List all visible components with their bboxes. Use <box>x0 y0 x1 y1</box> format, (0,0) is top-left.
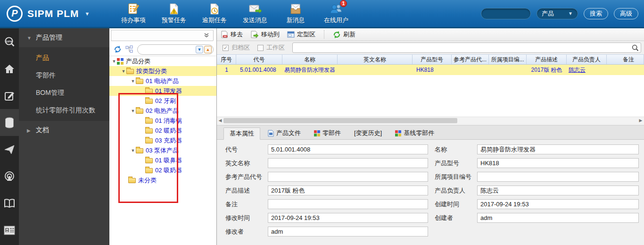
module-contacts[interactable] <box>0 217 19 244</box>
tree-node[interactable]: ▼ 01 电动产品 <box>109 76 216 86</box>
module-home[interactable] <box>0 55 19 82</box>
refresh-button[interactable]: 刷新 <box>333 30 355 39</box>
caret-down-icon[interactable]: ▼ <box>130 109 136 113</box>
field-en-name[interactable] <box>268 158 428 168</box>
module-library[interactable] <box>0 190 19 217</box>
logo-chevron-down-icon[interactable]: ▼ <box>85 11 90 17</box>
caret-down-icon[interactable]: ▼ <box>130 79 136 84</box>
caret-down-icon[interactable]: ▼ <box>121 69 126 74</box>
tree-node[interactable]: 03 充奶器 <box>109 135 216 145</box>
sidebar-item-part-usage-count[interactable]: 统计零部件引用次数 <box>19 101 109 119</box>
search-scope-select[interactable]: 产品 ▼ <box>537 8 578 19</box>
tree-node[interactable]: 02 牙刷 <box>109 96 216 106</box>
table-header-row: 序号 代号 名称 英文名称 产品型号 参考产品代... 所属项目编... 产品描… <box>217 54 644 65</box>
tree-collapse-bar[interactable] <box>111 30 214 41</box>
cell-name: 易简静音防水理发器 <box>284 66 335 74</box>
caret-down-icon[interactable]: ▼ <box>111 59 117 64</box>
tree-node[interactable]: ▼ 03 泵体产品 <box>109 145 216 155</box>
field-modifier[interactable] <box>268 227 428 237</box>
fixed-area-button[interactable]: 定型区 <box>287 30 315 39</box>
move-to-button[interactable]: 移动到 <box>250 30 280 39</box>
remove-button[interactable]: 移去 <box>221 30 243 39</box>
field-modified-time[interactable] <box>268 213 428 223</box>
detail-tab-bar: 基本属性 产品文件 零部件 [变更历史] 基线零部件 <box>217 125 644 140</box>
sidebar-item-product[interactable]: 产品 <box>19 49 109 67</box>
nav-send-message[interactable]: 发送消息 <box>242 2 268 25</box>
grid-search-input[interactable] <box>297 44 632 51</box>
field-ref-code[interactable] <box>268 172 428 182</box>
field-created-time[interactable] <box>477 199 639 209</box>
tree-node[interactable]: ▼ 02 电热产品 <box>109 106 216 116</box>
col-header[interactable]: 参考产品代... <box>452 55 489 64</box>
nav-new-message[interactable]: 新消息 <box>282 2 309 25</box>
col-header[interactable]: 代号 <box>236 55 282 64</box>
tree-node[interactable]: 01 消毒锅 <box>109 116 216 126</box>
col-header[interactable]: 序号 <box>217 55 236 64</box>
table-row-selected[interactable]: 1 5.01.001.4008 易简静音防水理发器 HK818 2017版 粉色… <box>217 65 644 75</box>
scrollbar-thumb[interactable] <box>223 118 457 123</box>
module-database[interactable] <box>0 109 19 136</box>
search-button[interactable]: 搜索 <box>584 8 608 19</box>
field-name[interactable] <box>477 144 639 154</box>
tree-node-root[interactable]: ▼ 产品分类 <box>109 56 216 66</box>
tab-label: 产品文件 <box>276 129 301 137</box>
scrollbar-track[interactable] <box>223 118 637 124</box>
tree-node[interactable]: 01 理发器 <box>109 86 216 96</box>
field-description[interactable] <box>268 186 428 195</box>
field-owner[interactable] <box>477 186 639 195</box>
search-icon[interactable] <box>632 44 639 51</box>
field-remark[interactable] <box>268 199 428 209</box>
basic-properties-form: 代号 英文名称 参考产品代号 产品描述 备注 修改时间 修改者 名称 产品型号 … <box>217 140 644 237</box>
col-header[interactable]: 产品描述 <box>527 55 567 64</box>
col-header[interactable]: 英文名称 <box>338 55 413 64</box>
sidebar-item-bom[interactable]: BOM管理 <box>19 84 109 101</box>
field-creator[interactable] <box>477 213 639 223</box>
module-edit[interactable] <box>0 82 19 109</box>
nav-warning-tasks[interactable]: 预警任务 <box>161 2 187 25</box>
menu-section-product-mgmt[interactable]: ▼ 产品管理 <box>19 28 109 47</box>
global-search-input[interactable] <box>481 8 531 19</box>
tree-refresh-icon[interactable] <box>114 45 122 53</box>
tree-node[interactable]: 未分类 <box>109 175 216 185</box>
find-next-button[interactable]: ▼ <box>196 46 203 53</box>
advanced-search-button[interactable]: 高级 <box>614 8 638 19</box>
folder-icon <box>145 138 153 144</box>
tree-node[interactable]: ▼ 按类型分类 <box>109 66 216 76</box>
database-icon <box>3 117 16 129</box>
col-header[interactable]: 备注 <box>607 55 644 64</box>
tab-product-files[interactable]: 产品文件 <box>262 127 306 139</box>
col-header[interactable]: 产品负责人 <box>567 55 607 64</box>
horizontal-scrollbar[interactable]: ◀ ▶ <box>217 117 644 124</box>
module-broadcast[interactable] <box>0 163 19 190</box>
field-code[interactable] <box>268 144 428 154</box>
nav-overdue-tasks[interactable]: 逾期任务 <box>201 2 228 25</box>
tab-change-history[interactable]: [变更历史] <box>348 127 388 139</box>
module-sipm-search[interactable]: SIPM <box>0 28 19 55</box>
col-header[interactable]: 所属项目编... <box>489 55 527 64</box>
cell-owner-link[interactable]: 陈志云 <box>569 66 586 74</box>
archive-checkbox[interactable]: ✓ <box>223 45 229 51</box>
tree-filter-input[interactable] <box>141 46 195 53</box>
col-header[interactable]: 产品型号 <box>413 55 452 64</box>
field-model[interactable] <box>477 158 639 168</box>
tab-baseline-parts[interactable]: 基线零部件 <box>389 127 440 139</box>
module-send[interactable] <box>0 136 19 163</box>
col-header[interactable]: 名称 <box>282 55 338 64</box>
find-prev-button[interactable]: ▲ <box>204 46 212 53</box>
tree-node[interactable]: 01 吸鼻器 <box>109 155 216 165</box>
scroll-left-icon[interactable]: ◀ <box>217 118 223 123</box>
tab-basic-properties[interactable]: 基本属性 <box>223 127 260 140</box>
workspace-checkbox[interactable] <box>257 45 264 51</box>
nav-online-users[interactable]: 1 在线用户 <box>323 2 349 25</box>
tree-node[interactable]: 02 暖奶器 <box>109 126 216 135</box>
tab-parts[interactable]: 零部件 <box>308 127 347 139</box>
nav-todo[interactable]: 待办事项 <box>120 2 147 25</box>
menu-section-document[interactable]: ▶ 文档 <box>19 121 109 140</box>
tree-node[interactable]: 02 吸奶器 <box>109 165 216 175</box>
caret-down-icon[interactable]: ▼ <box>130 148 136 153</box>
tree-hierarchy-icon[interactable] <box>125 45 133 53</box>
field-project-no[interactable] <box>477 172 639 182</box>
logo[interactable]: P SIPM PLM ▼ <box>0 6 116 22</box>
sidebar-item-parts[interactable]: 零部件 <box>19 67 109 84</box>
scroll-right-icon[interactable]: ▶ <box>637 118 644 123</box>
